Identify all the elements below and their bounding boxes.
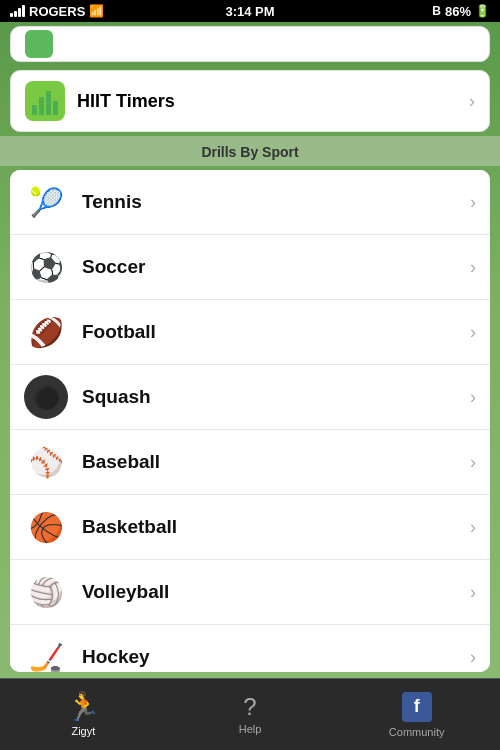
baseball-icon: ⚾ (24, 440, 68, 484)
hockey-icon: 🏒 (24, 635, 68, 672)
hockey-label: Hockey (82, 646, 470, 668)
hockey-chevron-icon: › (470, 647, 476, 668)
basketball-icon: 🏀 (24, 505, 68, 549)
tab-zigyt-label: Zigyt (71, 725, 95, 737)
battery-icon: 🔋 (475, 4, 490, 18)
football-icon: 🏈 (24, 310, 68, 354)
sport-item-tennis[interactable]: 🎾Tennis› (10, 170, 490, 235)
tab-bar: 🏃 Zigyt ? Help f Community (0, 678, 500, 750)
facebook-icon: f (402, 692, 432, 722)
volleyball-label: Volleyball (82, 581, 470, 603)
hiit-chevron-icon: › (469, 91, 475, 112)
squash-label: Squash (82, 386, 470, 408)
tab-community[interactable]: f Community (333, 679, 500, 750)
soccer-icon: ⚽ (24, 245, 68, 289)
signal-icon (10, 5, 25, 17)
carrier-label: ROGERS (29, 4, 85, 19)
section-header: Drills By Sport (0, 136, 500, 166)
sport-item-basketball[interactable]: 🏀Basketball› (10, 495, 490, 560)
hiit-timers-label: HIIT Timers (77, 91, 469, 112)
sports-list: 🎾Tennis›⚽Soccer›🏈Football›Squash›⚾Baseba… (10, 170, 490, 672)
tennis-label: Tennis (82, 191, 470, 213)
baseball-chevron-icon: › (470, 452, 476, 473)
volleyball-chevron-icon: › (470, 582, 476, 603)
top-partial-row[interactable] (10, 26, 490, 62)
baseball-label: Baseball (82, 451, 470, 473)
basketball-chevron-icon: › (470, 517, 476, 538)
status-bar: ROGERS 📶 3:14 PM B 86% 🔋 (0, 0, 500, 22)
squash-icon (24, 375, 68, 419)
soccer-label: Soccer (82, 256, 470, 278)
tennis-chevron-icon: › (470, 192, 476, 213)
battery-label: 86% (445, 4, 471, 19)
sport-item-hockey[interactable]: 🏒Hockey› (10, 625, 490, 672)
main-content: HIIT Timers › Drills By Sport 🎾Tennis›⚽S… (0, 22, 500, 678)
tennis-icon: 🎾 (24, 180, 68, 224)
tab-community-label: Community (389, 726, 445, 738)
tab-help-label: Help (239, 723, 262, 735)
sport-item-football[interactable]: 🏈Football› (10, 300, 490, 365)
help-icon: ? (243, 695, 256, 719)
sport-item-soccer[interactable]: ⚽Soccer› (10, 235, 490, 300)
tab-zigyt[interactable]: 🏃 Zigyt (0, 679, 167, 750)
hiit-timers-icon (25, 81, 65, 121)
wifi-icon: 📶 (89, 4, 104, 18)
sport-item-squash[interactable]: Squash› (10, 365, 490, 430)
sport-item-baseball[interactable]: ⚾Baseball› (10, 430, 490, 495)
sport-item-volleyball[interactable]: 🏐Volleyball› (10, 560, 490, 625)
soccer-chevron-icon: › (470, 257, 476, 278)
zigyt-icon: 🏃 (66, 693, 101, 721)
football-label: Football (82, 321, 470, 343)
volleyball-icon: 🏐 (24, 570, 68, 614)
basketball-label: Basketball (82, 516, 470, 538)
football-chevron-icon: › (470, 322, 476, 343)
hiit-timers-row[interactable]: HIIT Timers › (10, 70, 490, 132)
squash-chevron-icon: › (470, 387, 476, 408)
tab-help[interactable]: ? Help (167, 679, 334, 750)
status-bar-right: B 86% 🔋 (432, 4, 490, 19)
top-partial-icon (25, 30, 53, 58)
hiit-bars (32, 87, 58, 115)
bluetooth-icon: B (432, 4, 441, 18)
status-bar-left: ROGERS 📶 (10, 4, 104, 19)
time-label: 3:14 PM (225, 4, 274, 19)
